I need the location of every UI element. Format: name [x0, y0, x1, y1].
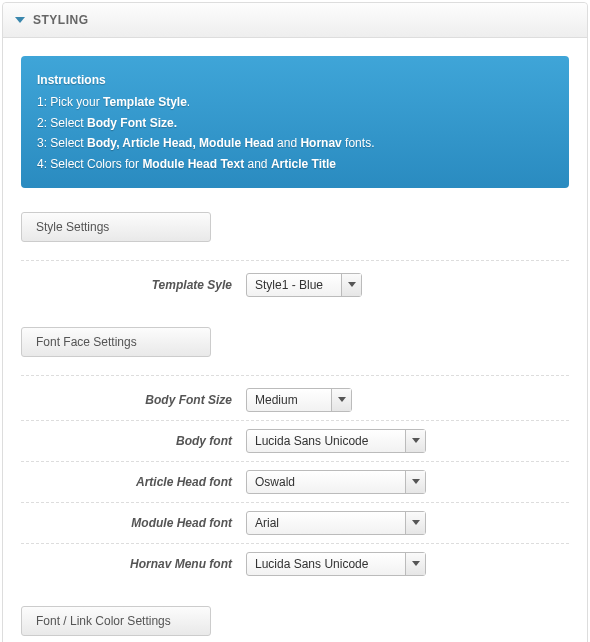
- chevron-down-icon: [405, 512, 425, 534]
- article-head-font-label: Article Head font: [21, 475, 246, 489]
- chevron-down-icon: [15, 17, 25, 23]
- chevron-down-icon: [405, 430, 425, 452]
- template-style-select[interactable]: Style1 - Blue: [246, 273, 362, 297]
- divider: [21, 375, 569, 376]
- article-head-font-value: Oswald: [247, 475, 303, 489]
- style-settings-header[interactable]: Style Settings: [21, 212, 211, 242]
- chevron-down-icon: [331, 389, 351, 411]
- body-font-size-row: Body Font Size Medium: [21, 380, 569, 421]
- hornav-font-value: Lucida Sans Unicode: [247, 557, 376, 571]
- instructions-line-1: 1: Pick your Template Style.: [37, 92, 553, 112]
- chevron-down-icon: [405, 471, 425, 493]
- divider: [21, 260, 569, 261]
- font-link-color-header[interactable]: Font / Link Color Settings: [21, 606, 211, 636]
- body-font-size-select[interactable]: Medium: [246, 388, 352, 412]
- module-head-font-row: Module Head font Arial: [21, 503, 569, 544]
- panel-header[interactable]: STYLING: [3, 3, 587, 38]
- module-head-font-select[interactable]: Arial: [246, 511, 426, 535]
- body-font-size-value: Medium: [247, 393, 306, 407]
- instructions-title: Instructions: [37, 70, 553, 90]
- hornav-font-row: Hornav Menu font Lucida Sans Unicode: [21, 544, 569, 584]
- panel-body: Instructions 1: Pick your Template Style…: [3, 38, 587, 642]
- chevron-down-icon: [341, 274, 361, 296]
- body-font-label: Body font: [21, 434, 246, 448]
- chevron-down-icon: [405, 553, 425, 575]
- body-font-row: Body font Lucida Sans Unicode: [21, 421, 569, 462]
- hornav-font-label: Hornav Menu font: [21, 557, 246, 571]
- instructions-line-3: 3: Select Body, Article Head, Module Hea…: [37, 133, 553, 153]
- font-face-settings-header[interactable]: Font Face Settings: [21, 327, 211, 357]
- instructions-line-4: 4: Select Colors for Module Head Text an…: [37, 154, 553, 174]
- body-font-value: Lucida Sans Unicode: [247, 434, 376, 448]
- body-font-select[interactable]: Lucida Sans Unicode: [246, 429, 426, 453]
- instructions-box: Instructions 1: Pick your Template Style…: [21, 56, 569, 188]
- hornav-font-select[interactable]: Lucida Sans Unicode: [246, 552, 426, 576]
- styling-panel: STYLING Instructions 1: Pick your Templa…: [2, 2, 588, 642]
- article-head-font-row: Article Head font Oswald: [21, 462, 569, 503]
- template-style-label: Template Syle: [21, 278, 246, 292]
- module-head-font-label: Module Head font: [21, 516, 246, 530]
- body-font-size-label: Body Font Size: [21, 393, 246, 407]
- module-head-font-value: Arial: [247, 516, 287, 530]
- template-style-row: Template Syle Style1 - Blue: [21, 265, 569, 305]
- style-settings-section: Style Settings Template Syle Style1 - Bl…: [21, 212, 569, 305]
- font-face-settings-section: Font Face Settings Body Font Size Medium…: [21, 327, 569, 584]
- instructions-line-2: 2: Select Body Font Size.: [37, 113, 553, 133]
- panel-title: STYLING: [33, 13, 89, 27]
- article-head-font-select[interactable]: Oswald: [246, 470, 426, 494]
- font-link-color-section: Font / Link Color Settings Module Head T…: [21, 606, 569, 642]
- template-style-value: Style1 - Blue: [247, 278, 331, 292]
